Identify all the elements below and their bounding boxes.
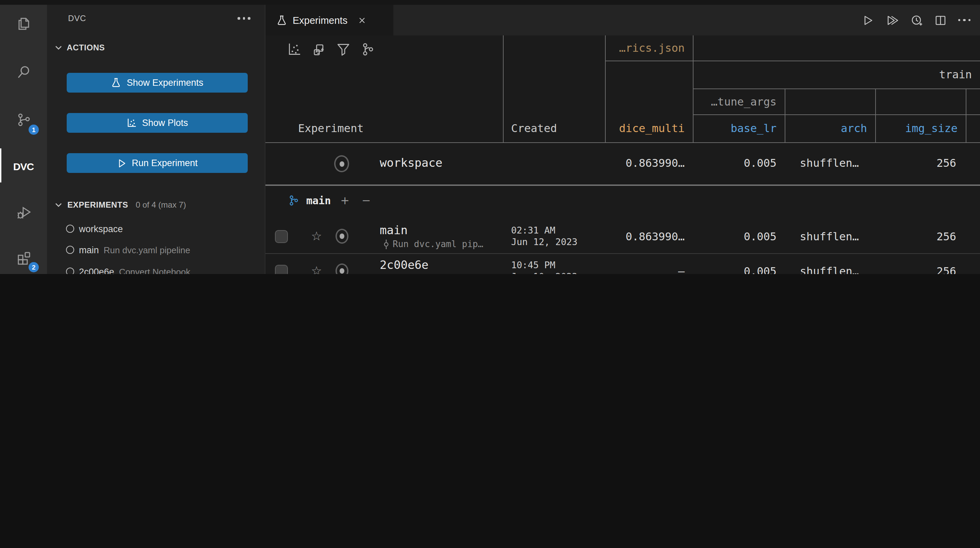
scatter-plot-icon	[126, 118, 137, 128]
experiments-section-label: EXPERIMENTS	[67, 200, 128, 210]
row-bullet-icon	[336, 263, 348, 274]
add-branch-button[interactable]: +	[337, 194, 352, 207]
show-plots-button[interactable]: Show Plots	[67, 113, 248, 133]
circle-outline-icon	[66, 246, 74, 254]
arch-value: shufflen…	[757, 230, 859, 243]
play-icon	[117, 158, 126, 168]
column-group-metrics-json[interactable]: …rics.json	[605, 35, 685, 61]
chevron-down-icon	[53, 42, 64, 53]
experiment-name: workspace	[380, 156, 442, 169]
run-icon[interactable]	[861, 14, 873, 26]
source-control-badge: 1	[29, 124, 39, 135]
active-view-indicator	[0, 148, 2, 182]
column-group-train[interactable]: train	[693, 61, 972, 89]
split-editor-icon[interactable]	[934, 14, 946, 26]
circle-outline-icon	[66, 268, 74, 274]
editor-actions	[861, 5, 970, 35]
row-separator	[266, 253, 980, 254]
dice-value: 0.863990…	[582, 156, 685, 169]
tree-item-label: workspace	[79, 224, 123, 234]
extensions-icon[interactable]: 2	[0, 241, 47, 274]
branch-row: main + −	[288, 194, 374, 207]
run-debug-icon[interactable]	[0, 196, 47, 229]
workspace-separator	[266, 185, 980, 186]
beaker-icon	[276, 14, 287, 25]
close-icon[interactable]	[357, 15, 366, 25]
more-actions-icon[interactable]	[958, 19, 970, 21]
search-icon[interactable]	[0, 56, 47, 89]
tree-item-desc: Convert Notebook …	[119, 266, 202, 274]
vscode-window: 1 DVC 2	[0, 0, 980, 274]
column-group-tune-args[interactable]: …tune_args	[693, 89, 776, 115]
dice-value: 0.863990…	[582, 230, 685, 243]
editor-area: Experiments	[266, 5, 980, 274]
remove-branch-button[interactable]: −	[359, 194, 374, 207]
column-header-dice-multi[interactable]: dice_multi	[605, 115, 685, 142]
tab-label: Experiments	[293, 14, 347, 25]
move-columns-icon[interactable]	[312, 42, 326, 56]
column-header-arch[interactable]: arch	[785, 115, 867, 142]
extensions-badge: 2	[29, 262, 39, 272]
column-header-experiment[interactable]: Experiment	[298, 115, 488, 142]
created-date: Jun 10, 2023	[511, 271, 578, 274]
tree-item-2c00e6e[interactable]: 2c00e6e Convert Notebook …	[66, 264, 202, 274]
show-experiments-label: Show Experiments	[127, 78, 203, 88]
star-icon[interactable]: ☆	[311, 265, 322, 274]
created-cell: 10:45 PM Jun 10, 2023	[511, 260, 578, 274]
git-branch-icon[interactable]	[361, 42, 375, 56]
experiments-section-header[interactable]: EXPERIMENTS 0 of 4 (max 7)	[53, 199, 186, 210]
filter-icon[interactable]	[336, 42, 350, 56]
workspace-bullet-icon	[334, 155, 349, 172]
dvc-sidebar: DVC ACTIONS Show Experiments Show Plots	[47, 5, 266, 274]
created-cell: 02:31 AM Jun 12, 2023	[511, 225, 578, 248]
created-time: 10:45 PM	[511, 260, 578, 271]
sidebar-more-actions-icon[interactable]	[237, 17, 250, 19]
column-header-base-lr[interactable]: base_lr	[693, 115, 776, 142]
scatter-plot-icon[interactable]	[287, 42, 301, 56]
column-header-img-size[interactable]: img_size	[875, 115, 958, 142]
experiments-count: 0 of 4 (max 7)	[136, 200, 186, 210]
beaker-icon	[111, 78, 121, 88]
window-top-strip	[0, 0, 980, 5]
branch-name: main	[306, 194, 331, 207]
column-header-created[interactable]: Created	[511, 115, 600, 142]
tab-experiments[interactable]: Experiments	[266, 5, 393, 35]
tree-item-main[interactable]: main Run dvc.yaml pipeline	[66, 242, 190, 257]
actions-section-label: ACTIONS	[67, 43, 105, 53]
show-experiments-button[interactable]: Show Experiments	[67, 73, 248, 92]
circle-outline-icon	[66, 225, 74, 233]
star-icon[interactable]: ☆	[311, 230, 322, 242]
tree-item-desc: Run dvc.yaml pipeline	[104, 245, 190, 255]
arch-value: shufflen…	[757, 265, 859, 274]
arch-value: shufflen…	[757, 156, 859, 169]
experiment-desc: Convert Notebook…	[382, 274, 483, 274]
run-all-icon[interactable]	[885, 14, 899, 26]
tree-item-label: 2c00e6e	[79, 266, 115, 274]
experiment-name: 2c00e6e	[380, 258, 428, 272]
img-size-value: 256	[854, 156, 956, 169]
row-checkbox[interactable]	[275, 265, 288, 274]
img-size-value: 256	[854, 230, 956, 243]
actions-section-header[interactable]: ACTIONS	[53, 42, 105, 53]
dice-value: –	[582, 265, 685, 274]
run-experiment-button[interactable]: Run Experiment	[67, 153, 248, 173]
row-checkbox[interactable]	[275, 230, 288, 243]
experiment-name: main	[380, 223, 408, 237]
git-branch-icon	[288, 195, 299, 206]
sidebar-title: DVC	[68, 14, 86, 23]
tree-item-workspace[interactable]: workspace	[66, 221, 123, 236]
run-experiment-label: Run Experiment	[132, 158, 198, 168]
tree-item-label: main	[79, 245, 99, 255]
dvc-view-icon[interactable]: DVC	[0, 150, 47, 182]
source-control-icon[interactable]: 1	[0, 104, 47, 136]
dvc-logo: DVC	[13, 160, 34, 172]
queue-history-icon[interactable]	[910, 14, 923, 26]
experiment-desc: Run dvc.yaml pip…	[382, 239, 483, 249]
explorer-icon[interactable]	[0, 8, 47, 40]
img-size-value: 256	[854, 265, 956, 274]
experiments-toolbar	[287, 42, 375, 56]
tab-bar: Experiments	[266, 5, 980, 35]
commit-icon	[382, 239, 390, 249]
activity-bar: 1 DVC 2	[0, 5, 47, 274]
chevron-down-icon	[53, 199, 64, 210]
